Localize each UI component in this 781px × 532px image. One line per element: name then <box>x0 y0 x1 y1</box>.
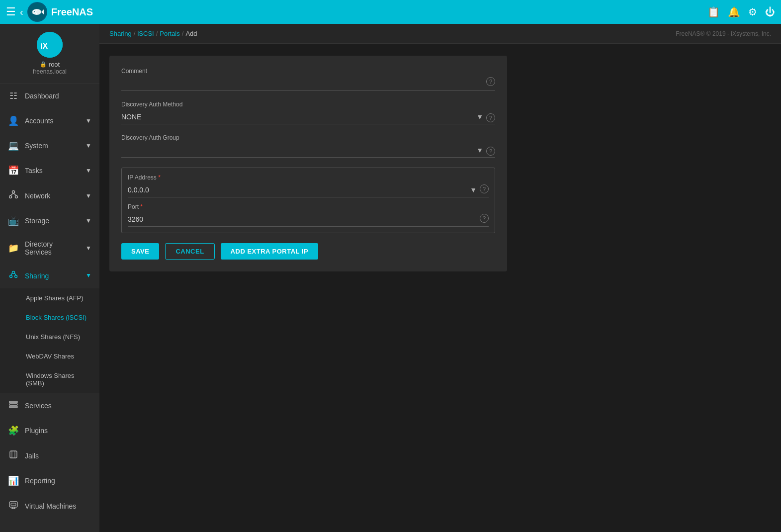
svg-rect-23 <box>9 502 17 507</box>
accounts-icon: 👤 <box>8 115 19 126</box>
sidebar-item-label: Sharing <box>25 272 49 280</box>
form-card: Comment ? Discovery Auth Method NONE CHA… <box>109 56 507 271</box>
topbar-actions: 📋 🔔 ⚙ ⏻ <box>707 6 775 18</box>
svg-rect-24 <box>11 503 16 506</box>
hamburger-button[interactable]: ☰ <box>6 5 16 18</box>
expand-icon: ▼ <box>86 245 91 252</box>
sidebar-item-label: Storage <box>25 217 49 225</box>
sidebar-item-network[interactable]: Network ▼ <box>0 183 99 208</box>
breadcrumb-current: Add <box>185 30 197 37</box>
sidebar-item-system[interactable]: 💻 System ▼ <box>0 133 99 158</box>
ip-address-select[interactable]: 0.0.0.0 <box>128 183 489 197</box>
back-button[interactable]: ‹ <box>20 6 23 18</box>
comment-label: Comment <box>121 68 495 75</box>
svg-line-15 <box>11 273 12 275</box>
discovery-auth-group-help-icon[interactable]: ? <box>486 147 495 156</box>
comment-help-icon[interactable]: ? <box>486 77 495 86</box>
lock-icon: 🔒 <box>40 61 47 68</box>
topbar-left: ☰ ‹ iX FreeNAS <box>6 2 93 22</box>
svg-point-13 <box>10 275 12 278</box>
sidebar-item-plugins[interactable]: 🧩 Plugins <box>0 418 99 443</box>
discovery-auth-group-select[interactable] <box>121 143 495 157</box>
discovery-auth-group-label: Discovery Auth Group <box>121 134 495 141</box>
svg-point-7 <box>12 191 15 193</box>
sidebar-subitem-afp[interactable]: Apple Shares (AFP) <box>0 288 99 308</box>
sidebar-item-services[interactable]: Services <box>0 393 99 418</box>
sidebar-item-label: Plugins <box>25 427 48 435</box>
breadcrumb-iscsi[interactable]: iSCSI <box>137 30 154 37</box>
save-button[interactable]: SAVE <box>121 243 159 260</box>
sep1: / <box>134 30 136 37</box>
port-required-star: * <box>140 203 143 210</box>
sidebar-subitem-nfs[interactable]: Unix Shares (NFS) <box>0 327 99 347</box>
directory-services-icon: 📁 <box>8 243 19 254</box>
storage-icon: 📺 <box>8 215 19 226</box>
sep3: / <box>182 30 184 37</box>
ip-required-star: * <box>158 174 161 181</box>
copyright: FreeNAS® © 2019 - iXsystems, Inc. <box>676 30 771 37</box>
discovery-auth-method-select[interactable]: NONE CHAP CHAP Mutual <box>121 110 495 124</box>
sidebar-subitem-smb[interactable]: Windows Shares (SMB) <box>0 366 99 393</box>
sharing-icon <box>8 270 19 281</box>
sidebar-item-label: Tasks <box>25 167 43 175</box>
port-input[interactable] <box>128 212 489 227</box>
expand-icon: ▼ <box>86 142 91 149</box>
port-label: Port * <box>128 203 489 210</box>
svg-point-9 <box>15 196 18 198</box>
sidebar-item-storage[interactable]: 📺 Storage ▼ <box>0 208 99 233</box>
services-icon <box>8 400 19 411</box>
breadcrumb-sharing[interactable]: Sharing <box>109 30 132 37</box>
avatar-svg: iX <box>37 32 63 58</box>
ip-address-help-icon[interactable]: ? <box>480 184 489 193</box>
breadcrumb-portals[interactable]: Portals <box>160 30 179 37</box>
avatar: iX <box>37 32 63 58</box>
expand-icon: ▼ <box>86 117 91 124</box>
sidebar-subitem-iscsi[interactable]: Block Shares (iSCSI) <box>0 308 99 327</box>
sidebar: iX 🔒 root freenas.local ☷ Dashboard 👤 Ac… <box>0 24 99 532</box>
sidebar-item-dashboard[interactable]: ☷ Dashboard <box>0 84 99 108</box>
sep2: / <box>156 30 158 37</box>
sidebar-item-label: Services <box>25 402 52 410</box>
sidebar-user: iX 🔒 root freenas.local <box>0 24 99 84</box>
sidebar-item-directory-services[interactable]: 📁 Directory Services ▼ <box>0 233 99 263</box>
form-buttons: SAVE CANCEL ADD EXTRA PORTAL IP <box>121 243 495 260</box>
username: 🔒 root <box>8 61 91 68</box>
sidebar-item-label: Accounts <box>25 117 54 125</box>
sidebar-item-virtual-machines[interactable]: Virtual Machines <box>0 493 99 519</box>
sidebar-item-reporting[interactable]: 📊 Reporting <box>0 468 99 493</box>
logo-svg: iX <box>28 3 46 21</box>
comment-field: Comment ? <box>121 68 495 91</box>
logo: iX FreeNAS <box>27 2 93 22</box>
expand-icon: ▲ <box>86 272 91 279</box>
sidebar-item-label: Directory Services <box>25 240 80 256</box>
discovery-auth-method-help-icon[interactable]: ? <box>486 113 495 122</box>
sidebar-item-label: Jails <box>25 452 39 460</box>
bell-icon[interactable]: 🔔 <box>728 6 740 18</box>
expand-icon: ▼ <box>86 192 91 199</box>
dashboard-icon: ☷ <box>8 90 19 101</box>
content-wrapper: iX 🔒 root freenas.local ☷ Dashboard 👤 Ac… <box>0 24 781 532</box>
discovery-auth-method-select-wrapper: NONE CHAP CHAP Mutual ▼ <box>121 110 495 124</box>
clipboard-icon[interactable]: 📋 <box>707 6 720 18</box>
add-extra-portal-ip-button[interactable]: ADD EXTRA PORTAL IP <box>221 243 319 260</box>
ip-address-select-wrapper: 0.0.0.0 ▼ <box>128 183 489 197</box>
reporting-icon: 📊 <box>8 475 19 486</box>
port-help-icon[interactable]: ? <box>480 214 489 223</box>
sidebar-item-tasks[interactable]: 📅 Tasks ▼ <box>0 158 99 183</box>
power-icon[interactable]: ⏻ <box>765 6 775 18</box>
settings-icon[interactable]: ⚙ <box>748 6 757 18</box>
comment-input[interactable] <box>121 77 495 91</box>
cancel-button[interactable]: CANCEL <box>165 243 214 260</box>
sidebar-item-jails[interactable]: Jails <box>0 443 99 468</box>
topbar: ☰ ‹ iX FreeNAS 📋 🔔 ⚙ ⏻ <box>0 0 781 24</box>
vm-icon <box>8 500 19 512</box>
ip-address-label: IP Address * <box>128 174 489 181</box>
sidebar-item-label: System <box>25 142 48 150</box>
discovery-auth-group-select-wrapper: ▼ <box>121 143 495 158</box>
ip-address-field: IP Address * 0.0.0.0 ▼ ? <box>128 174 489 197</box>
sidebar-item-accounts[interactable]: 👤 Accounts ▼ <box>0 108 99 133</box>
breadcrumb-path: Sharing / iSCSI / Portals / Add <box>109 30 197 37</box>
sidebar-item-sharing[interactable]: Sharing ▲ <box>0 263 99 288</box>
sidebar-subitem-webdav[interactable]: WebDAV Shares <box>0 347 99 366</box>
sidebar-item-label: Reporting <box>25 477 55 485</box>
